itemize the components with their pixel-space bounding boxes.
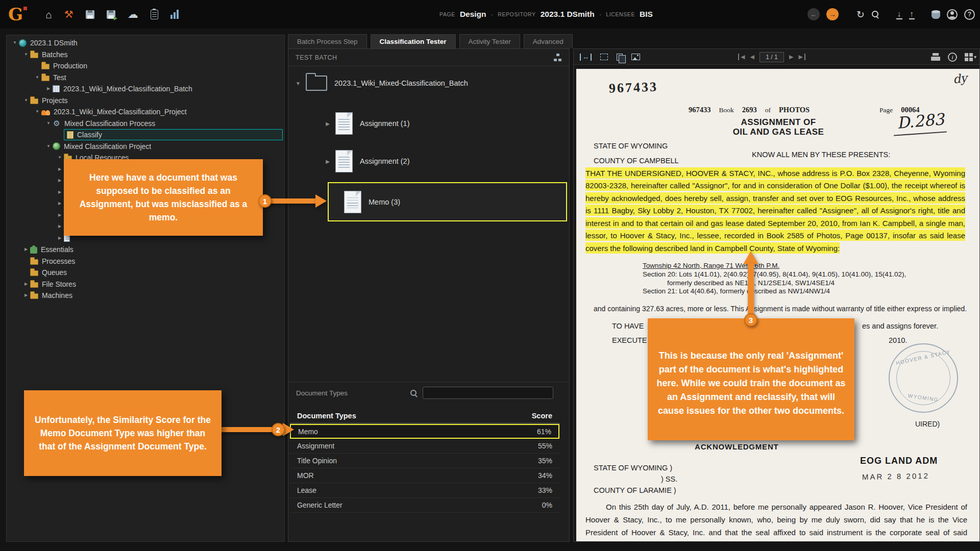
doc-type-score: 55% bbox=[538, 442, 552, 450]
viewer-options-group: i ▾ bbox=[931, 49, 976, 65]
book-label: Book bbox=[719, 106, 734, 114]
next-page-button[interactable]: ▶ bbox=[789, 54, 793, 60]
tab-advanced[interactable]: Advanced bbox=[524, 34, 573, 48]
batch-root-row[interactable]: ▼ 2023.1_Wiki_Mixed-Classification_Batch bbox=[293, 76, 468, 91]
expander-icon[interactable]: ▼ bbox=[22, 49, 30, 60]
download-icon[interactable]: ↓ bbox=[896, 9, 902, 19]
expander-icon[interactable]: ▶ bbox=[56, 164, 64, 175]
expander-icon[interactable]: ▶ bbox=[56, 210, 64, 221]
tree-item-file-stores[interactable]: ▶File Stores bbox=[7, 279, 284, 290]
doc-type-row-generic-letter[interactable]: Generic Letter 0% bbox=[290, 498, 559, 513]
last-page-button[interactable]: ▶ bbox=[798, 54, 805, 60]
tree-item-batches[interactable]: ▼Batches bbox=[7, 49, 284, 61]
save-icon[interactable] bbox=[86, 10, 94, 19]
expander-icon[interactable]: ▶ bbox=[22, 279, 30, 290]
expander-icon[interactable]: ▼ bbox=[56, 152, 64, 163]
doc-type-row-title-opinion[interactable]: Title Opinion 35% bbox=[290, 454, 559, 468]
first-page-button[interactable]: ◀ bbox=[738, 54, 745, 60]
info-icon[interactable]: i bbox=[948, 53, 957, 62]
prev-page-button[interactable]: ◀ bbox=[750, 54, 754, 60]
stats-chart-icon[interactable] bbox=[170, 10, 180, 19]
expander-icon[interactable]: ▶ bbox=[56, 221, 64, 232]
document-types-search-input[interactable] bbox=[423, 387, 553, 399]
tree-item-projects[interactable]: ▼Projects bbox=[7, 95, 284, 107]
stamp-top-text: HOOVER & STACY bbox=[895, 349, 951, 366]
callout-2-text: Unfortunately, the Similarity Score for … bbox=[32, 413, 213, 453]
refresh-icon[interactable]: ↻ bbox=[856, 9, 865, 20]
grooper-logo[interactable]: G bbox=[8, 6, 23, 23]
batch-doc-row-assignment-2[interactable]: ▶ Assignment (2) bbox=[323, 150, 410, 172]
user-account-icon[interactable] bbox=[947, 9, 958, 20]
print-icon[interactable] bbox=[931, 53, 940, 61]
repository-value[interactable]: 2023.1 DSmith bbox=[541, 10, 595, 19]
expander-icon[interactable]: ▶ bbox=[56, 198, 64, 209]
batch-doc-row-memo-highlighted[interactable]: Memo (3) bbox=[328, 182, 567, 221]
tree-item-production[interactable]: Production bbox=[7, 60, 284, 72]
clipboard-export-icon[interactable] bbox=[151, 10, 158, 19]
save-run-icon[interactable] bbox=[107, 10, 115, 19]
search-icon[interactable] bbox=[410, 389, 418, 397]
expander-icon[interactable]: ▶ bbox=[22, 244, 30, 255]
expander-icon[interactable]: ▶ bbox=[56, 233, 64, 244]
batch-folder-icon bbox=[306, 76, 327, 91]
tree-item-project[interactable]: ▼2023.1_Wiki_Mixed-Classification_Projec… bbox=[7, 106, 284, 118]
expander-icon[interactable]: ▼ bbox=[293, 81, 303, 86]
batch-doc-row-assignment-1[interactable]: ▶ Assignment (1) bbox=[323, 112, 410, 135]
forward-button[interactable]: → bbox=[826, 8, 839, 20]
doc-type-name: Generic Letter bbox=[297, 501, 342, 509]
expander-icon[interactable]: ▶ bbox=[44, 83, 53, 94]
expander-icon[interactable]: ▶ bbox=[56, 175, 64, 186]
expander-icon[interactable]: ▶ bbox=[323, 121, 332, 127]
region-select-icon[interactable] bbox=[600, 54, 608, 60]
layout-options-icon[interactable]: ▾ bbox=[965, 53, 976, 61]
cloud-upload-icon[interactable]: ☁↑ bbox=[128, 8, 138, 20]
tree-item-test[interactable]: ▼Test bbox=[7, 72, 284, 84]
image-view-icon[interactable] bbox=[631, 54, 640, 60]
tree-item-classify[interactable]: Classify bbox=[7, 129, 284, 141]
expander-icon[interactable]: ▼ bbox=[22, 95, 30, 106]
tree-item-machines[interactable]: ▶Machines bbox=[7, 290, 284, 302]
document-page[interactable]: dy 967433 967433 Book 2693 of PHOTOS Pag… bbox=[576, 69, 980, 542]
tab-activity-tester[interactable]: Activity Tester bbox=[459, 34, 520, 48]
expander-icon[interactable]: ▼ bbox=[44, 141, 53, 152]
expander-icon[interactable]: ▶ bbox=[323, 159, 332, 164]
expander-icon[interactable]: ▶ bbox=[22, 290, 30, 301]
back-button[interactable]: ← bbox=[807, 8, 820, 20]
expander-icon[interactable]: ▼ bbox=[33, 106, 41, 117]
topbar: G ⌂ ⚒ ☁↑ PAGE Design · REPOSITORY 2023.1… bbox=[0, 0, 980, 29]
tree-item-processes[interactable]: Processes bbox=[7, 256, 284, 267]
repository-stack-icon[interactable] bbox=[932, 10, 940, 19]
doc-type-row-lease[interactable]: Lease 33% bbox=[290, 483, 559, 498]
tree-item-batch[interactable]: ▶2023.1_Wiki_Mixed-Classification_Batch bbox=[7, 83, 284, 95]
logo-accent bbox=[23, 7, 27, 10]
tree-item-essentials[interactable]: ▶Essentials bbox=[7, 244, 284, 256]
hierarchy-view-icon[interactable] bbox=[553, 54, 562, 61]
search-icon[interactable] bbox=[871, 10, 879, 18]
to-have-fragment-right: es and assigns forever. bbox=[862, 322, 938, 330]
expander-icon[interactable]: ▼ bbox=[44, 118, 53, 129]
context-breadcrumb: PAGE Design · REPOSITORY 2023.1 DSmith ·… bbox=[439, 0, 653, 29]
tree-item-classification-project[interactable]: ▼Mixed Classification Project bbox=[7, 141, 284, 153]
duplicate-page-icon[interactable] bbox=[617, 54, 623, 61]
tab-batch-process-step[interactable]: Batch Process Step bbox=[288, 34, 367, 48]
expander-icon[interactable]: ▼ bbox=[33, 72, 41, 83]
selected-node-box[interactable]: Classify bbox=[64, 129, 283, 140]
tree-item-queues[interactable]: Queues bbox=[7, 267, 284, 279]
page-indicator[interactable]: 1 / 1 bbox=[760, 52, 784, 62]
home-icon[interactable]: ⌂ bbox=[45, 9, 52, 20]
upload-icon[interactable]: ↑ bbox=[909, 9, 915, 19]
callout-1-text: Here we have a document that was suppose… bbox=[72, 171, 255, 224]
expander-icon[interactable]: ▶ bbox=[56, 187, 64, 198]
tree-item-classification-process[interactable]: ▼⚙Mixed Classification Process bbox=[7, 118, 284, 130]
doc-type-name: Lease bbox=[297, 486, 316, 494]
tab-classification-tester[interactable]: Classification Tester bbox=[371, 34, 456, 48]
doc-type-row-memo[interactable]: Memo 61% bbox=[290, 424, 559, 439]
tools-icon[interactable]: ⚒ bbox=[64, 9, 74, 20]
doc-type-row-assignment[interactable]: Assignment 55% bbox=[290, 439, 559, 454]
doc-type-row-mor[interactable]: MOR 34% bbox=[290, 468, 559, 483]
tree-item-repository[interactable]: ▼2023.1 DSmith bbox=[7, 37, 284, 49]
page-value[interactable]: Design bbox=[460, 10, 486, 19]
help-icon[interactable]: ? bbox=[964, 9, 975, 20]
fit-width-icon[interactable]: ↔ bbox=[580, 54, 592, 61]
expander-icon[interactable]: ▼ bbox=[11, 37, 19, 48]
